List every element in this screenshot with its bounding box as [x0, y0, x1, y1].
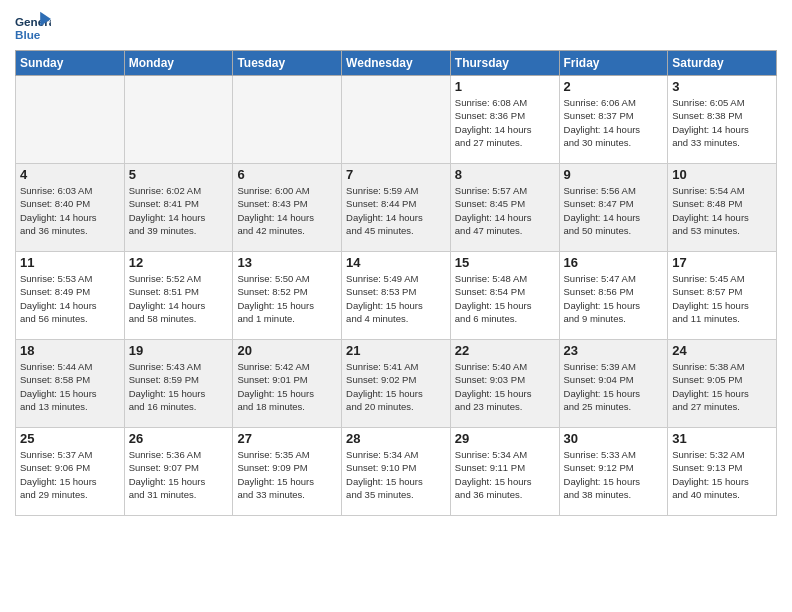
- day-info: Sunrise: 5:56 AM Sunset: 8:47 PM Dayligh…: [564, 184, 664, 237]
- calendar-cell: [124, 76, 233, 164]
- calendar-cell: 20Sunrise: 5:42 AM Sunset: 9:01 PM Dayli…: [233, 340, 342, 428]
- day-number: 1: [455, 79, 555, 94]
- calendar-cell: 4Sunrise: 6:03 AM Sunset: 8:40 PM Daylig…: [16, 164, 125, 252]
- day-number: 18: [20, 343, 120, 358]
- week-row-2: 11Sunrise: 5:53 AM Sunset: 8:49 PM Dayli…: [16, 252, 777, 340]
- day-number: 15: [455, 255, 555, 270]
- calendar-cell: 1Sunrise: 6:08 AM Sunset: 8:36 PM Daylig…: [450, 76, 559, 164]
- svg-text:Blue: Blue: [15, 28, 41, 41]
- header-row: SundayMondayTuesdayWednesdayThursdayFrid…: [16, 51, 777, 76]
- day-info: Sunrise: 5:54 AM Sunset: 8:48 PM Dayligh…: [672, 184, 772, 237]
- col-header-friday: Friday: [559, 51, 668, 76]
- calendar-cell: 26Sunrise: 5:36 AM Sunset: 9:07 PM Dayli…: [124, 428, 233, 516]
- calendar-cell: 6Sunrise: 6:00 AM Sunset: 8:43 PM Daylig…: [233, 164, 342, 252]
- day-info: Sunrise: 5:37 AM Sunset: 9:06 PM Dayligh…: [20, 448, 120, 501]
- day-info: Sunrise: 6:03 AM Sunset: 8:40 PM Dayligh…: [20, 184, 120, 237]
- day-info: Sunrise: 5:47 AM Sunset: 8:56 PM Dayligh…: [564, 272, 664, 325]
- day-info: Sunrise: 5:53 AM Sunset: 8:49 PM Dayligh…: [20, 272, 120, 325]
- day-info: Sunrise: 5:52 AM Sunset: 8:51 PM Dayligh…: [129, 272, 229, 325]
- day-info: Sunrise: 5:44 AM Sunset: 8:58 PM Dayligh…: [20, 360, 120, 413]
- day-info: Sunrise: 5:45 AM Sunset: 8:57 PM Dayligh…: [672, 272, 772, 325]
- day-number: 26: [129, 431, 229, 446]
- calendar-cell: [16, 76, 125, 164]
- calendar-table: SundayMondayTuesdayWednesdayThursdayFrid…: [15, 50, 777, 516]
- day-info: Sunrise: 5:36 AM Sunset: 9:07 PM Dayligh…: [129, 448, 229, 501]
- calendar-cell: 28Sunrise: 5:34 AM Sunset: 9:10 PM Dayli…: [342, 428, 451, 516]
- col-header-tuesday: Tuesday: [233, 51, 342, 76]
- day-number: 3: [672, 79, 772, 94]
- day-info: Sunrise: 5:35 AM Sunset: 9:09 PM Dayligh…: [237, 448, 337, 501]
- day-number: 10: [672, 167, 772, 182]
- day-info: Sunrise: 5:38 AM Sunset: 9:05 PM Dayligh…: [672, 360, 772, 413]
- week-row-1: 4Sunrise: 6:03 AM Sunset: 8:40 PM Daylig…: [16, 164, 777, 252]
- week-row-0: 1Sunrise: 6:08 AM Sunset: 8:36 PM Daylig…: [16, 76, 777, 164]
- day-number: 27: [237, 431, 337, 446]
- calendar-cell: [342, 76, 451, 164]
- day-number: 7: [346, 167, 446, 182]
- day-number: 17: [672, 255, 772, 270]
- day-number: 4: [20, 167, 120, 182]
- calendar-cell: 27Sunrise: 5:35 AM Sunset: 9:09 PM Dayli…: [233, 428, 342, 516]
- week-row-4: 25Sunrise: 5:37 AM Sunset: 9:06 PM Dayli…: [16, 428, 777, 516]
- day-info: Sunrise: 5:34 AM Sunset: 9:11 PM Dayligh…: [455, 448, 555, 501]
- day-number: 30: [564, 431, 664, 446]
- day-info: Sunrise: 5:49 AM Sunset: 8:53 PM Dayligh…: [346, 272, 446, 325]
- day-info: Sunrise: 5:39 AM Sunset: 9:04 PM Dayligh…: [564, 360, 664, 413]
- day-info: Sunrise: 5:41 AM Sunset: 9:02 PM Dayligh…: [346, 360, 446, 413]
- day-info: Sunrise: 5:34 AM Sunset: 9:10 PM Dayligh…: [346, 448, 446, 501]
- logo: General Blue: [15, 10, 51, 46]
- day-info: Sunrise: 5:40 AM Sunset: 9:03 PM Dayligh…: [455, 360, 555, 413]
- calendar-cell: 30Sunrise: 5:33 AM Sunset: 9:12 PM Dayli…: [559, 428, 668, 516]
- day-info: Sunrise: 5:59 AM Sunset: 8:44 PM Dayligh…: [346, 184, 446, 237]
- col-header-saturday: Saturday: [668, 51, 777, 76]
- calendar-cell: 14Sunrise: 5:49 AM Sunset: 8:53 PM Dayli…: [342, 252, 451, 340]
- day-info: Sunrise: 5:48 AM Sunset: 8:54 PM Dayligh…: [455, 272, 555, 325]
- calendar-cell: 21Sunrise: 5:41 AM Sunset: 9:02 PM Dayli…: [342, 340, 451, 428]
- day-info: Sunrise: 5:42 AM Sunset: 9:01 PM Dayligh…: [237, 360, 337, 413]
- calendar-cell: 22Sunrise: 5:40 AM Sunset: 9:03 PM Dayli…: [450, 340, 559, 428]
- calendar-cell: 2Sunrise: 6:06 AM Sunset: 8:37 PM Daylig…: [559, 76, 668, 164]
- calendar-cell: 31Sunrise: 5:32 AM Sunset: 9:13 PM Dayli…: [668, 428, 777, 516]
- week-row-3: 18Sunrise: 5:44 AM Sunset: 8:58 PM Dayli…: [16, 340, 777, 428]
- day-info: Sunrise: 6:08 AM Sunset: 8:36 PM Dayligh…: [455, 96, 555, 149]
- day-number: 16: [564, 255, 664, 270]
- calendar-cell: 15Sunrise: 5:48 AM Sunset: 8:54 PM Dayli…: [450, 252, 559, 340]
- calendar-cell: 3Sunrise: 6:05 AM Sunset: 8:38 PM Daylig…: [668, 76, 777, 164]
- calendar-cell: 25Sunrise: 5:37 AM Sunset: 9:06 PM Dayli…: [16, 428, 125, 516]
- col-header-wednesday: Wednesday: [342, 51, 451, 76]
- day-info: Sunrise: 5:57 AM Sunset: 8:45 PM Dayligh…: [455, 184, 555, 237]
- calendar-cell: 16Sunrise: 5:47 AM Sunset: 8:56 PM Dayli…: [559, 252, 668, 340]
- col-header-sunday: Sunday: [16, 51, 125, 76]
- day-number: 23: [564, 343, 664, 358]
- calendar-cell: 23Sunrise: 5:39 AM Sunset: 9:04 PM Dayli…: [559, 340, 668, 428]
- calendar-cell: [233, 76, 342, 164]
- day-number: 19: [129, 343, 229, 358]
- day-number: 22: [455, 343, 555, 358]
- day-number: 5: [129, 167, 229, 182]
- day-info: Sunrise: 6:02 AM Sunset: 8:41 PM Dayligh…: [129, 184, 229, 237]
- logo-icon: General Blue: [15, 10, 51, 46]
- header: General Blue: [15, 10, 777, 46]
- calendar-cell: 5Sunrise: 6:02 AM Sunset: 8:41 PM Daylig…: [124, 164, 233, 252]
- calendar-cell: 10Sunrise: 5:54 AM Sunset: 8:48 PM Dayli…: [668, 164, 777, 252]
- calendar-cell: 29Sunrise: 5:34 AM Sunset: 9:11 PM Dayli…: [450, 428, 559, 516]
- day-number: 9: [564, 167, 664, 182]
- day-info: Sunrise: 6:06 AM Sunset: 8:37 PM Dayligh…: [564, 96, 664, 149]
- day-info: Sunrise: 6:05 AM Sunset: 8:38 PM Dayligh…: [672, 96, 772, 149]
- calendar-cell: 11Sunrise: 5:53 AM Sunset: 8:49 PM Dayli…: [16, 252, 125, 340]
- day-number: 24: [672, 343, 772, 358]
- day-number: 8: [455, 167, 555, 182]
- calendar-cell: 18Sunrise: 5:44 AM Sunset: 8:58 PM Dayli…: [16, 340, 125, 428]
- day-number: 20: [237, 343, 337, 358]
- day-info: Sunrise: 5:32 AM Sunset: 9:13 PM Dayligh…: [672, 448, 772, 501]
- day-number: 28: [346, 431, 446, 446]
- day-info: Sunrise: 5:43 AM Sunset: 8:59 PM Dayligh…: [129, 360, 229, 413]
- calendar-cell: 9Sunrise: 5:56 AM Sunset: 8:47 PM Daylig…: [559, 164, 668, 252]
- calendar-cell: 13Sunrise: 5:50 AM Sunset: 8:52 PM Dayli…: [233, 252, 342, 340]
- main-container: General Blue SundayMondayTuesdayWednesda…: [0, 0, 792, 526]
- day-number: 25: [20, 431, 120, 446]
- calendar-cell: 8Sunrise: 5:57 AM Sunset: 8:45 PM Daylig…: [450, 164, 559, 252]
- day-number: 6: [237, 167, 337, 182]
- day-info: Sunrise: 6:00 AM Sunset: 8:43 PM Dayligh…: [237, 184, 337, 237]
- calendar-cell: 19Sunrise: 5:43 AM Sunset: 8:59 PM Dayli…: [124, 340, 233, 428]
